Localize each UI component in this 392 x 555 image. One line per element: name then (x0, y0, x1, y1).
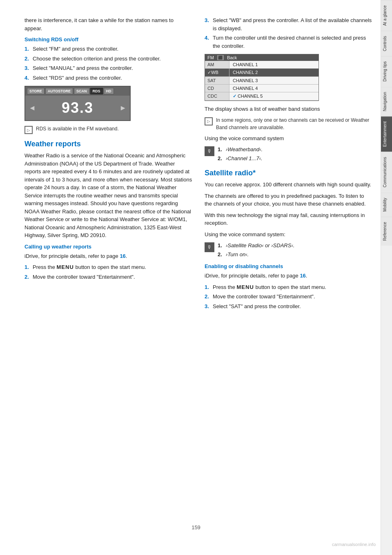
calling-up-steps: 1. Press the MENU button to open the sta… (24, 263, 192, 281)
channel-2-name: CHANNEL 2 (229, 69, 318, 76)
page-container: there is interference, it can take a whi… (0, 0, 392, 555)
satellite-radio-heading: Satellite radio* (205, 169, 372, 177)
channel-1-name: CHANNEL 1 (229, 61, 318, 68)
voice-item-2: 2. ›Channel 1...7‹. (218, 154, 263, 163)
enabling-step-1: 1. Press the MENU button to open the sta… (205, 283, 372, 291)
calling-step-1: 1. Press the MENU button to open the sta… (24, 263, 192, 271)
step-num-1: 1. (24, 45, 30, 53)
sat-para3: With this new technology the signal may … (205, 211, 372, 227)
right-column: 3. Select "WB" and press the controller.… (205, 16, 372, 539)
right-num-4: 4. (205, 34, 210, 50)
right-step-3: 3. Select "WB" and press the controller.… (205, 16, 372, 32)
fm-arrow-right-icon: ► (119, 104, 127, 112)
step-4: 4. Select "RDS" and press the controller… (24, 74, 192, 82)
step-num-2: 2. (24, 55, 30, 63)
rds-btn: RDS (90, 88, 103, 94)
fm-note-text: RDS is available in the FM waveband. (36, 125, 119, 134)
step-text-2: Choose the selection criterion and press… (33, 55, 161, 63)
step-num-3: 3. (24, 64, 30, 72)
right-sidebar: At a glance Controls Driving tips Naviga… (381, 0, 392, 555)
fm-frequency: 93.3 (62, 99, 94, 116)
menu-label-enabling: MENU (237, 284, 254, 290)
cdc-label: CDC (205, 92, 229, 100)
sat-voice-item-1: 1. ›Satellite Radio‹ or ›SDARS‹. (218, 242, 294, 250)
calling-up-weather-heading: Calling up weather reports (24, 244, 192, 250)
channel-row-cdc: CDC ✓ CHANNEL 5 (205, 92, 318, 101)
channel-4-name: CHANNEL 4 (229, 85, 318, 92)
page-number: 159 (192, 524, 200, 530)
sidebar-tab-controls[interactable]: Controls (381, 31, 392, 56)
region-note-text: In some regions, only one or two channel… (216, 116, 372, 131)
channel-3-name: CHANNEL 3 (229, 77, 318, 84)
sat-para2: The channels are offered to you in prede… (205, 192, 372, 208)
switching-rds-steps: 1. Select "FM" and press the controller.… (24, 45, 192, 82)
intro-text: there is interference, it can take a whi… (24, 16, 192, 32)
v-num-1: 1. (218, 145, 223, 154)
store-btn: STORE (27, 88, 45, 94)
voice-box-weather: 1. ›Weatherband‹. 2. ›Channel 1...7‹. (205, 145, 372, 163)
note-icon (24, 126, 33, 134)
region-note-box: In some regions, only one or two channel… (205, 116, 372, 131)
wb-label: ✓WB (205, 69, 229, 76)
sat-para1: You can receive approx. 100 different ch… (205, 181, 372, 189)
columns-wrapper: there is interference, it can take a whi… (24, 16, 372, 539)
fm-arrow-left-icon: ◄ (29, 104, 36, 112)
channel-list-box: FM ⬛ Back AM CHANNEL 1 ✓WB CHANNEL 2 SAT (205, 54, 319, 101)
sidebar-tab-mobility[interactable]: Mobility (381, 192, 392, 217)
main-content: there is interference, it can take a whi… (0, 0, 381, 555)
calling-text-1: Press the MENU button to open the start … (33, 263, 146, 271)
region-note-icon (205, 117, 213, 125)
fm-toolbar: STORE AUTOSTORE SCAN RDS HD (25, 87, 130, 96)
weather-reports-heading: Weather reports (24, 140, 192, 148)
channel-row-am: AM CHANNEL 1 (205, 61, 318, 69)
hd-btn: HD (104, 88, 114, 94)
sat-label: SAT (205, 77, 229, 84)
sidebar-tab-entertainment[interactable]: Entertainment (381, 116, 392, 152)
right-step-4: 4. Turn the controller until the desired… (205, 34, 372, 50)
enabling-text-2: Move the controller toward "Entertainmen… (213, 293, 315, 301)
channel-check-icon: ✓ (233, 94, 236, 98)
left-column: there is interference, it can take a whi… (24, 16, 192, 539)
enabling-page-ref: 16 (300, 273, 305, 279)
calling-up-page-ref: 16 (120, 253, 125, 259)
display-note: The display shows a list of weather band… (205, 105, 372, 113)
enabling-num-1: 1. (205, 283, 210, 291)
sidebar-tab-reference[interactable]: Reference (381, 217, 392, 246)
enabling-step-2: 2. Move the controller toward "Entertain… (205, 293, 372, 301)
enabling-steps: 1. Press the MENU button to open the sta… (205, 283, 372, 311)
enabling-channels-heading: Enabling or disabling channels (205, 263, 372, 269)
sat-v-num-2: 2. (218, 251, 223, 259)
voice-list-satellite: 1. ›Satellite Radio‹ or ›SDARS‹. 2. ›Tur… (218, 242, 294, 259)
enabling-step-3: 3. Select "SAT" and press the controller… (205, 302, 372, 311)
sidebar-tab-navigation[interactable]: Navigation (381, 87, 392, 116)
sidebar-tab-driving-tips[interactable]: Driving tips (381, 56, 392, 86)
back-label: Back (227, 55, 237, 60)
step-text-4: Select "RDS" and press the controller. (33, 74, 122, 82)
menu-label-1: MENU (57, 264, 74, 270)
back-icon: ⬛ (217, 55, 224, 60)
sidebar-tab-at-a-glance[interactable]: At a glance (381, 0, 392, 31)
calling-up-idrive-note: iDrive, for principle details, refer to … (24, 252, 192, 260)
voice-box-satellite: 1. ›Satellite Radio‹ or ›SDARS‹. 2. ›Tur… (205, 242, 372, 259)
watermark: carmanualsonline.info (332, 542, 376, 547)
cd-label: CD (205, 85, 229, 92)
v-text-1: ›Weatherband‹. (226, 145, 263, 154)
sat-v-num-1: 1. (218, 242, 223, 250)
step-1: 1. Select "FM" and press the controller. (24, 45, 192, 53)
step-text-3: Select "MANUAL" and press the controller… (33, 64, 133, 72)
sat-v-text-1: ›Satellite Radio‹ or ›SDARS‹. (226, 242, 294, 250)
fm-note-box: RDS is available in the FM waveband. (24, 125, 192, 134)
calling-num-1: 1. (24, 263, 30, 271)
sidebar-tab-communications[interactable]: Communications (381, 152, 392, 192)
voice-command-label: Using the voice command system (205, 134, 372, 143)
step-2: 2. Choose the selection criterion and pr… (24, 55, 192, 63)
channel-row-sat: SAT CHANNEL 3 (205, 77, 318, 85)
right-num-3: 3. (205, 16, 210, 32)
step-num-4: 4. (24, 74, 30, 82)
enabling-num-2: 2. (205, 293, 210, 301)
am-label: AM (205, 61, 229, 68)
right-text-3: Select "WB" and press the controller. A … (213, 16, 372, 32)
step-text-1: Select "FM" and press the controller. (33, 45, 118, 53)
enabling-idrive-note: iDrive, for principle details, refer to … (205, 272, 372, 280)
v-text-2: ›Channel 1...7‹. (226, 154, 263, 163)
